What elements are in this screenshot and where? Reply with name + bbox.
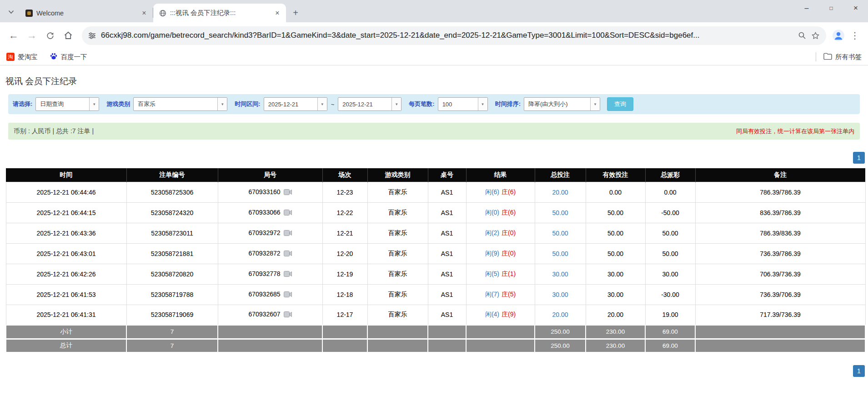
summary-cell	[428, 339, 466, 352]
cell-bet-id: 523058719788	[126, 284, 218, 305]
bookmark-star-icon[interactable]	[811, 31, 820, 40]
refresh-button[interactable]	[41, 26, 59, 45]
column-header: 有效投注	[586, 168, 645, 182]
result-banker: 庄(6)	[502, 209, 516, 216]
sort-select[interactable]: 降幂(由大到小) ▾	[524, 97, 600, 111]
cell-result: 闲(9)庄(0)	[466, 243, 535, 264]
home-button[interactable]	[59, 26, 77, 45]
page-size-value: 100	[438, 101, 478, 108]
site-info-icon[interactable]	[88, 32, 96, 40]
tab-welcome[interactable]: Welcome ×	[20, 4, 153, 22]
video-replay-icon[interactable]	[284, 291, 292, 299]
summary-cell	[367, 339, 428, 352]
result-player: 闲(2)	[485, 229, 499, 236]
cell-time: 2025-12-21 06:43:01	[6, 243, 126, 264]
total-bet-link[interactable]: 50.00	[552, 209, 568, 216]
bet-table-header-row: 时间注单编号局号场次游戏类别桌号结果总投注有效投注总派彩备注	[6, 168, 865, 182]
cell-time: 2025-12-21 06:41:53	[6, 284, 126, 305]
minimize-button[interactable]: –	[794, 0, 819, 16]
bet-table-footer: 小计7250.00230.0069.00总计7250.00230.0069.00	[6, 325, 865, 352]
video-replay-icon[interactable]	[284, 251, 292, 258]
back-button[interactable]: ←	[5, 26, 23, 45]
summary-bar: 币别 : 人民币 | 总共 :7 注单 | 同局有效投注，统一计算在该局第一张注…	[8, 123, 860, 140]
url-text[interactable]: 66cxkj98.com/game/betrecord_search/kind3…	[101, 31, 793, 40]
cell-valid-bet: 50.00	[586, 223, 645, 243]
column-header: 时间	[6, 168, 126, 182]
table-row: 2025-12-21 06:42:26523058720820670932778…	[6, 264, 865, 284]
all-bookmarks-label: 所有书签	[835, 53, 862, 61]
bet-records-table: 时间注单编号局号场次游戏类别桌号结果总投注有效投注总派彩备注 2025-12-2…	[5, 168, 866, 353]
folder-icon	[823, 53, 832, 61]
search-button[interactable]: 查询	[607, 97, 633, 111]
tab-close-icon[interactable]: ×	[272, 8, 282, 18]
all-bookmarks-button[interactable]: 所有书签	[823, 53, 862, 61]
maximize-button[interactable]: □	[819, 0, 843, 16]
pagination-page-button[interactable]: 1	[853, 152, 865, 164]
page-size-select[interactable]: 100 ▾	[438, 97, 488, 111]
cell-round-id: 670932607	[218, 305, 322, 325]
cell-valid-bet: 30.00	[586, 264, 645, 284]
forward-button[interactable]: →	[23, 26, 41, 45]
total-bet-link[interactable]: 50.00	[552, 250, 568, 257]
cell-result: 闲(6)庄(6)	[466, 182, 535, 202]
total-bet-link[interactable]: 20.00	[552, 311, 568, 318]
video-replay-icon[interactable]	[284, 230, 292, 237]
cell-valid-bet: 20.00	[586, 305, 645, 325]
total-bet-link[interactable]: 30.00	[552, 271, 568, 278]
date-separator: ~	[331, 101, 335, 108]
table-row: 2025-12-21 06:43:01523058721881670932872…	[6, 243, 865, 264]
cell-total-bet: 50.00	[535, 243, 586, 264]
table-row: 2025-12-21 06:44:15523058724320670933066…	[6, 202, 865, 223]
column-header: 结果	[466, 168, 535, 182]
total-bet-link[interactable]: 20.00	[552, 189, 568, 196]
cell-note: 736.39/706.39	[695, 284, 865, 305]
new-tab-button[interactable]: +	[289, 6, 302, 20]
table-row: 2025-12-21 06:44:46523058725306670933160…	[6, 182, 865, 202]
tab-search-button[interactable]	[5, 5, 17, 18]
round-id-text: 670933066	[248, 209, 280, 216]
address-bar[interactable]: 66cxkj98.com/game/betrecord_search/kind3…	[82, 26, 826, 45]
game-category-select[interactable]: 百家乐 ▾	[133, 97, 227, 111]
window-close-button[interactable]: ×	[843, 0, 868, 16]
video-replay-icon[interactable]	[284, 189, 292, 196]
result-banker: 庄(0)	[502, 229, 516, 236]
video-replay-icon[interactable]	[284, 210, 292, 217]
total-bet-link[interactable]: 50.00	[552, 230, 568, 237]
cell-total-bet: 30.00	[535, 284, 586, 305]
pagination-page-button[interactable]: 1	[853, 365, 865, 377]
cell-table-no: AS1	[428, 284, 466, 305]
round-id-text: 670932778	[248, 270, 280, 277]
video-replay-icon[interactable]	[284, 311, 292, 319]
date-end-select[interactable]: 2025-12-21 ▾	[338, 97, 401, 111]
tab-close-icon[interactable]: ×	[139, 8, 149, 18]
chevron-down-icon	[8, 8, 14, 16]
video-replay-icon[interactable]	[284, 271, 292, 278]
bookmark-baidu[interactable]: 百度一下	[50, 52, 87, 62]
date-start-select[interactable]: 2025-12-21 ▾	[264, 97, 327, 111]
zoom-icon[interactable]	[798, 31, 806, 40]
cell-game-type: 百家乐	[367, 284, 428, 305]
query-type-label: 请选择:	[13, 100, 32, 108]
cell-time: 2025-12-21 06:44:46	[6, 182, 126, 202]
summary-cell	[322, 339, 367, 352]
result-player: 闲(4)	[485, 311, 499, 318]
cell-payout: 50.00	[645, 223, 695, 243]
total-bet-link[interactable]: 30.00	[552, 291, 568, 298]
query-type-value: 日期查询	[36, 100, 89, 108]
dropdown-arrow-icon: ▾	[89, 98, 99, 110]
tab-strip: Welcome × :::视讯 会员下注纪录::: × + – □ ×	[0, 0, 868, 22]
tab-title: Welcome	[36, 10, 135, 17]
cell-note: 706.39/736.39	[695, 264, 865, 284]
table-row: 2025-12-21 06:43:36523058723011670932972…	[6, 223, 865, 243]
profile-avatar[interactable]	[831, 28, 846, 43]
cell-payout: -30.00	[645, 284, 695, 305]
summary-label: 小计	[6, 325, 126, 339]
result-banker: 庄(5)	[502, 291, 516, 298]
round-id-text: 670932872	[248, 250, 280, 257]
cell-round-id: 670932872	[218, 243, 322, 264]
query-type-select[interactable]: 日期查询 ▾	[35, 97, 99, 111]
column-header: 备注	[695, 168, 865, 182]
menu-button[interactable]: ⋮	[846, 27, 863, 44]
tab-betrecord[interactable]: :::视讯 会员下注纪录::: ×	[153, 4, 286, 22]
bookmark-aitaobao[interactable]: 淘 爱淘宝	[6, 53, 38, 61]
